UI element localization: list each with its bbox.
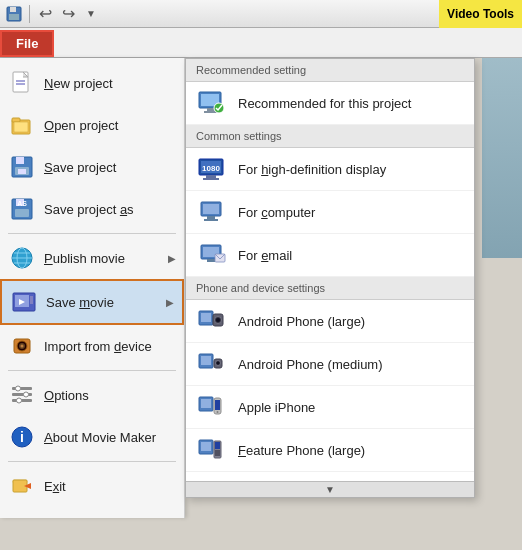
save-movie-icon xyxy=(10,288,38,316)
svg-point-73 xyxy=(217,411,219,413)
computer-label: For computer xyxy=(238,205,315,220)
menu-item-new-project[interactable]: New project xyxy=(0,62,184,104)
recommended-header-label: Recommended setting xyxy=(196,64,306,76)
iphone-icon xyxy=(196,393,228,421)
publish-movie-arrow: ▶ xyxy=(168,253,176,264)
toolbar: ↩ ↪ ▼ Video Tools xyxy=(0,0,522,28)
menu-item-save-movie[interactable]: Save movie ▶ xyxy=(0,279,184,325)
svg-rect-78 xyxy=(215,450,220,456)
publish-movie-icon xyxy=(8,244,36,272)
options-icon xyxy=(8,381,36,409)
video-tools-label: Video Tools xyxy=(447,7,514,21)
file-menu: New project Open project xyxy=(0,58,185,518)
new-project-icon xyxy=(8,69,36,97)
svg-rect-15 xyxy=(15,209,29,217)
save-movie-label: Save movie xyxy=(46,295,166,310)
options-label: Options xyxy=(44,388,176,403)
menu-item-publish-movie[interactable]: Publish movie ▶ xyxy=(0,237,184,279)
android-large-icon xyxy=(196,307,228,335)
svg-point-34 xyxy=(24,392,29,397)
save-project-icon xyxy=(8,153,36,181)
svg-rect-49 xyxy=(206,175,216,178)
submenu-item-android-large[interactable]: Android Phone (large) xyxy=(186,300,474,343)
svg-text:1080: 1080 xyxy=(202,164,220,173)
svg-rect-8 xyxy=(14,122,28,132)
dropdown-arrow-icon[interactable]: ▼ xyxy=(81,4,101,24)
about-icon: i xyxy=(8,423,36,451)
submenu-item-computer[interactable]: For computer xyxy=(186,191,474,234)
panel-preview xyxy=(482,58,522,258)
submenu-item-recommended[interactable]: Recommended for this project xyxy=(186,82,474,125)
android-medium-label: Android Phone (medium) xyxy=(238,357,383,372)
save-project-as-label: Save project as xyxy=(44,202,176,217)
redo-icon[interactable]: ↪ xyxy=(58,4,78,24)
hd-icon: 1080 xyxy=(196,155,228,183)
scroll-down-arrow: ▼ xyxy=(325,484,335,495)
submenu-item-email[interactable]: For email xyxy=(186,234,474,277)
svg-rect-24 xyxy=(30,296,33,304)
recommended-section-header: Recommended setting xyxy=(186,59,474,82)
save-project-label: Save project xyxy=(44,160,176,175)
menu-item-exit[interactable]: Exit xyxy=(0,465,184,507)
import-from-device-label: Import from device xyxy=(44,339,176,354)
svg-rect-12 xyxy=(18,169,26,174)
submenu-item-hd[interactable]: 1080 For high-definition display xyxy=(186,148,474,191)
open-project-icon xyxy=(8,111,36,139)
feature-large-icon xyxy=(196,436,228,464)
app-area: New project Open project xyxy=(0,58,522,518)
new-project-label: New project xyxy=(44,76,176,91)
save-icon[interactable] xyxy=(4,4,24,24)
common-section-header: Common settings xyxy=(186,125,474,148)
svg-rect-57 xyxy=(207,259,215,262)
menu-item-save-project-as[interactable]: AS Save project as xyxy=(0,188,184,230)
import-from-device-icon xyxy=(8,332,36,360)
svg-point-35 xyxy=(17,398,22,403)
file-tab[interactable]: File xyxy=(0,30,54,57)
feature-large-label: Feature Phone (large) xyxy=(238,443,365,458)
submenu-item-iphone[interactable]: Apple iPhone xyxy=(186,386,474,429)
toolbar-icons: ↩ ↪ ▼ xyxy=(4,4,101,24)
svg-point-63 xyxy=(216,318,220,322)
svg-text:AS: AS xyxy=(17,200,27,207)
email-icon xyxy=(196,241,228,269)
recommended-icon xyxy=(196,89,228,117)
submenu-scrollbar[interactable]: ▼ xyxy=(186,481,474,497)
svg-point-33 xyxy=(16,386,21,391)
svg-point-29 xyxy=(21,345,24,348)
hd-label: For high-definition display xyxy=(238,162,386,177)
svg-rect-77 xyxy=(215,442,220,449)
undo-icon[interactable]: ↩ xyxy=(35,4,55,24)
file-tab-label: File xyxy=(16,36,38,51)
svg-rect-52 xyxy=(203,204,219,214)
save-movie-submenu: Recommended setting Recommended for this… xyxy=(185,58,475,498)
svg-rect-60 xyxy=(201,313,211,322)
submenu-item-android-medium[interactable]: Android Phone (medium) xyxy=(186,343,474,386)
phone-header-label: Phone and device settings xyxy=(196,282,325,294)
exit-icon xyxy=(8,472,36,500)
menu-item-options[interactable]: Options xyxy=(0,374,184,416)
about-label: About Movie Maker xyxy=(44,430,176,445)
submenu-item-feature-large[interactable]: Feature Phone (large) xyxy=(186,429,474,472)
svg-text:i: i xyxy=(20,429,24,445)
open-project-label: Open project xyxy=(44,118,176,133)
phone-section-header: Phone and device settings xyxy=(186,277,474,300)
svg-rect-54 xyxy=(204,219,218,221)
android-large-label: Android Phone (large) xyxy=(238,314,365,329)
menu-item-about[interactable]: i About Movie Maker xyxy=(0,416,184,458)
svg-rect-65 xyxy=(201,356,211,365)
svg-rect-10 xyxy=(16,157,24,164)
video-tools-badge: Video Tools xyxy=(439,0,522,28)
exit-label: Exit xyxy=(44,479,176,494)
toolbar-separator xyxy=(29,5,30,23)
common-header-label: Common settings xyxy=(196,130,282,142)
email-label: For email xyxy=(238,248,292,263)
divider-1 xyxy=(8,233,176,234)
menu-item-save-project[interactable]: Save project xyxy=(0,146,184,188)
publish-movie-label: Publish movie xyxy=(44,251,168,266)
svg-rect-50 xyxy=(203,178,219,180)
menu-item-open-project[interactable]: Open project xyxy=(0,104,184,146)
iphone-label: Apple iPhone xyxy=(238,400,315,415)
svg-rect-70 xyxy=(201,399,211,408)
menu-item-import-from-device[interactable]: Import from device xyxy=(0,325,184,367)
computer-icon xyxy=(196,198,228,226)
